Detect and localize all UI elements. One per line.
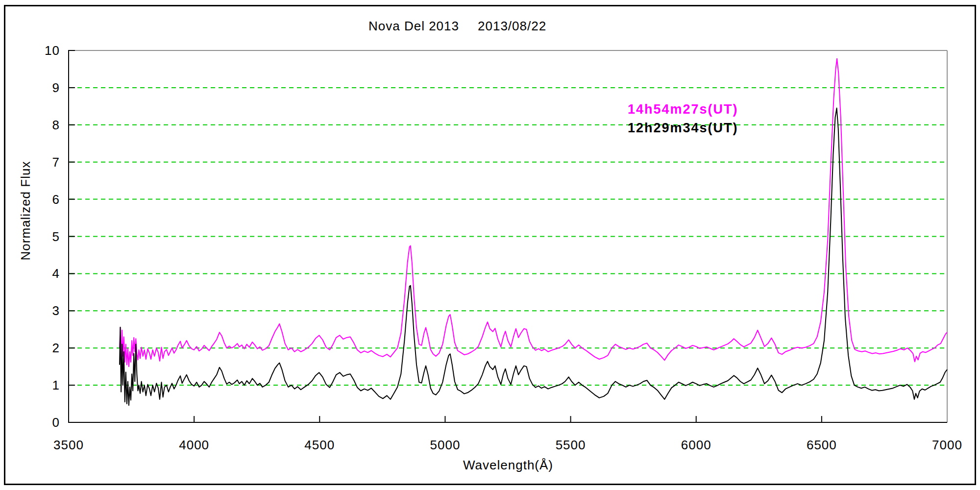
x-tick-label-4000: 4000	[179, 438, 209, 452]
y-axis-title: Normalized Flux	[18, 161, 33, 261]
x-tick-label-4500: 4500	[304, 438, 335, 452]
spectrum-plot-page: 3500400045005000550060006500700001234567…	[0, 0, 980, 490]
x-axis-title: Wavelength(Å)	[463, 458, 553, 473]
y-tick-label-8: 8	[52, 118, 60, 132]
legend: 14h54m27s(UT) 12h29m34s(UT)	[628, 100, 738, 137]
y-tick-label-3: 3	[52, 303, 60, 318]
y-tick-label-10: 10	[45, 43, 60, 58]
x-tick-label-6000: 6000	[681, 438, 711, 452]
chart-title: Nova Del 2013 2013/08/22	[368, 19, 546, 34]
title-date: 2013/08/22	[478, 19, 546, 34]
spectrum-line-black-12h29m34s	[120, 108, 947, 406]
y-tick-label-1: 1	[52, 378, 60, 392]
x-tick-label-5500: 5500	[556, 438, 586, 452]
y-tick-label-7: 7	[52, 155, 60, 170]
y-tick-label-0: 0	[52, 415, 60, 430]
x-tick-label-5000: 5000	[430, 438, 461, 452]
y-tick-label-4: 4	[52, 266, 60, 281]
y-tick-label-2: 2	[52, 341, 60, 355]
y-tick-label-6: 6	[52, 192, 60, 207]
x-tick-label-6500: 6500	[807, 438, 837, 452]
spectrum-line-magenta-14h54m27s	[120, 59, 947, 367]
title-object-name: Nova Del 2013	[368, 19, 459, 34]
legend-entry-magenta: 14h54m27s(UT)	[628, 100, 738, 119]
legend-entry-black: 12h29m34s(UT)	[628, 119, 738, 137]
spectrum-chart-canvas: 3500400045005000550060006500700001234567…	[0, 0, 980, 490]
x-tick-label-3500: 3500	[53, 438, 84, 452]
x-tick-label-7000: 7000	[932, 438, 962, 452]
y-tick-label-9: 9	[52, 80, 60, 95]
y-tick-label-5: 5	[52, 229, 60, 244]
